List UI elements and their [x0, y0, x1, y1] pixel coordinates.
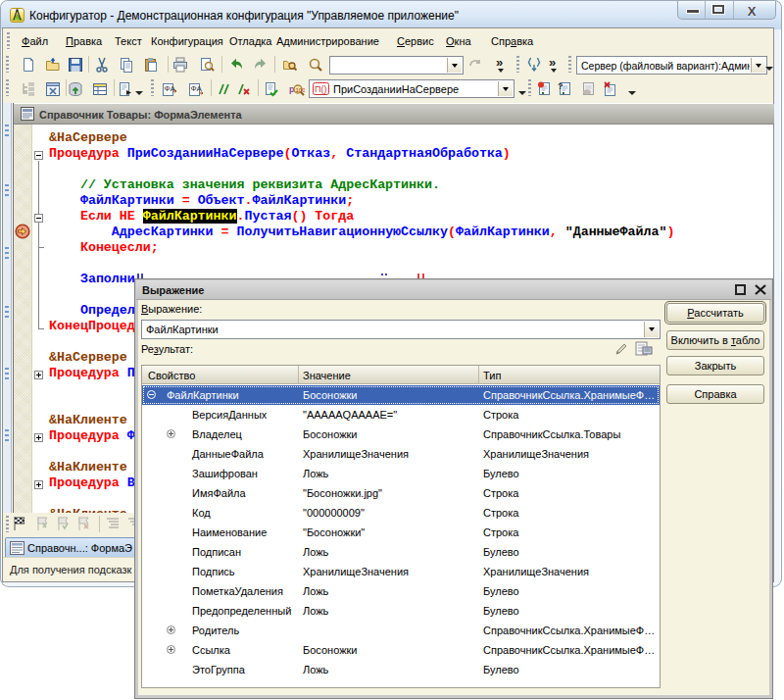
svg-text:ФА: ФА — [165, 84, 176, 93]
svg-text:100: 100 — [296, 87, 306, 93]
svg-text:ФА: ФА — [191, 84, 203, 93]
svg-text:П(): П() — [315, 84, 326, 94]
svg-text:?: ? — [558, 81, 564, 91]
